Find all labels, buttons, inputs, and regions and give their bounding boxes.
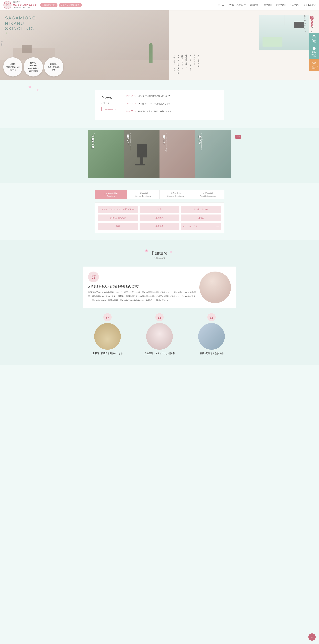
feature-card-03: Feature 03 女性医師・スタッフによる診察 xyxy=(135,313,184,355)
symptoms-grid: マスク・アルコールによる肌トラブル 乾燥 かぶれ・かゆみ あせもが治らない 虫刺… xyxy=(98,206,221,230)
hero-circles: 小田急「相模大野駅」より徒歩３分 皮膚科、小児皮膚科、美容皮膚科まで幅広く対応 … xyxy=(3,57,63,76)
tab-en-cosmetic: Cosmetic dermatology xyxy=(161,195,190,197)
symptoms-inner: よくあるお悩み Symptoms 一般皮膚科 General dermatolo… xyxy=(95,190,224,233)
hero-inner-image xyxy=(259,15,309,50)
petal-deco-2: 🌸 xyxy=(36,89,38,91)
online-consultation-button[interactable]: オンライン診療 xyxy=(309,59,319,71)
symptom-tag-1[interactable]: マスク・アルコールによる肌トラブル xyxy=(98,206,138,213)
feature-num-label-01: Feature xyxy=(91,274,96,276)
feature-badge-03: Feature 03 xyxy=(155,313,164,322)
symptom-tag-3[interactable]: かぶれ・かゆみ xyxy=(181,206,221,213)
logo-area: H 相模大野 ひかる皮ふ科クリニック HIKARU SKIN CLINIC xyxy=(3,1,37,9)
badge-online: オンライン診療に対応 xyxy=(59,3,82,7)
feature-petal-left: 🌸 xyxy=(145,249,148,252)
tab-en-general: General dermatology xyxy=(129,195,158,197)
feature-section: 🌸 🌸 Feature 当院の特徴 Feature 01 お子さまから大人まであ… xyxy=(0,240,319,365)
logo-text: 相模大野 ひかる皮ふ科クリニック HIKARU SKIN CLINIC xyxy=(13,1,37,9)
tab-cosmetic[interactable]: 美容皮膚科 Cosmetic dermatology xyxy=(159,190,192,199)
nav-general[interactable]: 一般皮膚科 xyxy=(262,4,272,6)
news-date-1: 2023.04.01 xyxy=(126,95,136,98)
tab-all-symptoms[interactable]: よくあるお悩み Symptoms xyxy=(95,190,127,199)
hero-title-line3: SKINCLINIC xyxy=(5,26,36,31)
nav-symptoms[interactable]: よくある症状 xyxy=(304,4,316,6)
news-text-3: LINE公式お友達が300人を超えました！ xyxy=(138,110,174,113)
symptoms-tabs: よくあるお悩み Symptoms 一般皮膚科 General dermatolo… xyxy=(95,190,224,199)
symptom-more-dots: — xyxy=(217,225,219,228)
video-icon xyxy=(312,61,316,64)
scroll-indicator: Scroll xyxy=(1,41,3,48)
feature-title-01: お子さまから大人まであらゆる世代に対応 xyxy=(88,285,196,288)
feature-card-02: Feature 02 土曜日・日曜日も受診ができる xyxy=(83,313,132,355)
symptom-tag-9[interactable]: たこ・ウオノメ — xyxy=(181,223,221,230)
nav-cosmetic[interactable]: 美容皮膚科 xyxy=(276,4,286,6)
hero-circle-1: 小田急「相模大野駅」より徒歩３分 xyxy=(3,57,22,76)
symptom-tag-5[interactable]: 虫刺され xyxy=(140,214,179,221)
symptom-tag-7[interactable]: 湿疹 xyxy=(98,223,138,230)
nav-info[interactable]: 診療案内 xyxy=(250,4,258,6)
clinic-menu-item-2[interactable]: 一般皮膚科について General dermatology xyxy=(124,130,159,178)
feature-title-03: 女性医師・スタッフによる診察 xyxy=(135,352,184,355)
feature-petal-right: 🌸 xyxy=(170,251,172,253)
nav-about[interactable]: クリニックについて xyxy=(228,4,246,6)
news-text-2: 30日量エレベーター点検が入ります xyxy=(138,102,170,105)
hero-tagline-pink: 安心できる xyxy=(310,13,314,26)
nav-pediatric[interactable]: 小児皮膚科 xyxy=(290,4,300,6)
feature-badge-04: Feature 04 xyxy=(207,313,216,322)
tab-label-cosmetic: 美容皮膚科 xyxy=(171,192,181,194)
svg-rect-6 xyxy=(313,62,315,63)
clinic-menu-item-4[interactable]: 小児皮膚科について Pediatric dermatology xyxy=(195,130,231,178)
main-nav: ホーム クリニックについて 診療案内 一般皮膚科 美容皮膚科 小児皮膚科 よくあ… xyxy=(218,4,316,6)
feature-num-01: 01 xyxy=(92,276,95,280)
hero-tagline-prefix: わかりやすくて xyxy=(303,13,307,31)
news-title: News xyxy=(101,95,120,100)
hero-section: 小田急「相模大野駅」より徒歩３分 皮膚科、小児皮膚科、美容皮膚科まで幅広く対応 … xyxy=(0,10,319,80)
news-section: 🌸 🌸 News お知らせ View more 2023.04.01 オンライン… xyxy=(0,80,319,128)
news-left-panel: News お知らせ View more xyxy=(101,95,120,115)
line-button[interactable]: LINE友だち追加 xyxy=(309,45,319,59)
symptoms-grid-wrapper: マスク・アルコールによる肌トラブル 乾燥 かぶれ・かゆみ あせもが治らない 虫刺… xyxy=(95,202,224,233)
hero-en-title: SAGAMIONO HIKARU SKINCLINIC ✦ xyxy=(5,15,36,35)
news-item-3: 2023.03.13 LINE公式お友達が300人を超えました！ xyxy=(126,110,218,115)
logo-icon: H xyxy=(3,1,12,9)
symptom-tag-8[interactable]: 褥瘡湿疹 xyxy=(140,223,179,230)
svg-text:H: H xyxy=(6,2,9,7)
badge-saturday: 土日診療に対応 xyxy=(40,3,57,7)
clinic-menu-en-2: General dermatology xyxy=(130,133,131,150)
side-buttons: Web予約 LINE友だち追加 オンライン診療 xyxy=(309,33,319,71)
feature-image-03 xyxy=(146,323,173,350)
nav-home[interactable]: ホーム xyxy=(218,4,224,6)
tab-pediatric[interactable]: 小児皮膚科 Pediatric dermatology xyxy=(192,190,225,199)
feature-title-jp: 当院の特徴 xyxy=(83,257,236,260)
clinic-menu-en-4: Pediatric dermatology xyxy=(201,133,203,151)
feature-image-01 xyxy=(199,272,231,303)
news-items: 2023.04.01 オンライン資格確認の導入について 2023.03.29 3… xyxy=(126,95,218,115)
tab-label-all: よくあるお悩み xyxy=(104,192,118,194)
feature-badge-01: Feature 01 xyxy=(88,272,99,282)
web-reservation-button[interactable]: Web予約 xyxy=(309,33,319,45)
clinic-menu-item-3[interactable]: 美容皮膚科について Cosmetic Dermatology xyxy=(159,130,195,178)
line-icon xyxy=(312,47,316,50)
feature-card-01: Feature 01 お子さまから大人まであらゆる世代に対応 当院はお子さまから… xyxy=(83,266,236,308)
feature-container: 🌸 🌸 Feature 当院の特徴 Feature 01 お子さまから大人まであ… xyxy=(80,250,239,355)
symptom-tag-2[interactable]: 乾燥 xyxy=(140,206,179,213)
news-date-3: 2023.03.13 xyxy=(126,110,136,113)
feature-sub-cards: Feature 02 土曜日・日曜日も受診ができる Feature 03 女性医… xyxy=(83,313,236,355)
feature-title-04: 相模大野駅より徒歩３分 xyxy=(187,352,236,355)
view-more-button[interactable]: View more xyxy=(101,107,120,112)
feature-01-content: Feature 01 お子さまから大人まであらゆる世代に対応 当院はお子さまから… xyxy=(88,272,196,302)
hero-title-line2: HIKARU xyxy=(5,21,36,26)
hero-tagline-quote: " xyxy=(310,26,314,28)
hero-description: 皮膚トラブルを解決し皆さんのお顔を輝かせたいとの思いで地域に寄り添った皮膚科とし… xyxy=(172,53,201,73)
top-label-badge: TOP xyxy=(235,135,241,139)
news-item-2: 2023.03.29 30日量エレベーター点検が入ります xyxy=(126,102,218,108)
clinic-menu-en-3: Cosmetic Dermatology xyxy=(165,133,167,152)
feature-header: 🌸 🌸 Feature 当院の特徴 xyxy=(83,250,236,260)
symptom-tag-4[interactable]: あせもが治らない xyxy=(98,214,138,221)
symptoms-section: よくあるお悩み Symptoms 一般皮膚科 General dermatolo… xyxy=(0,183,319,240)
tab-general[interactable]: 一般皮膚科 General dermatology xyxy=(127,190,159,199)
symptom-tag-6[interactable]: 口内炎 xyxy=(181,214,221,221)
clinic-menu-item-1[interactable]: ご来院予定の方へご案内 Clinic guidance xyxy=(88,130,124,178)
news-item-1: 2023.04.01 オンライン資格確認の導入について xyxy=(126,95,218,100)
hero-right-panel: わかりやすくて 安心できる " 皮ふ クリニック 皮膚トラブルを解決し皆さんのお… xyxy=(169,10,319,80)
hero-deco-star: ✦ xyxy=(5,31,36,35)
